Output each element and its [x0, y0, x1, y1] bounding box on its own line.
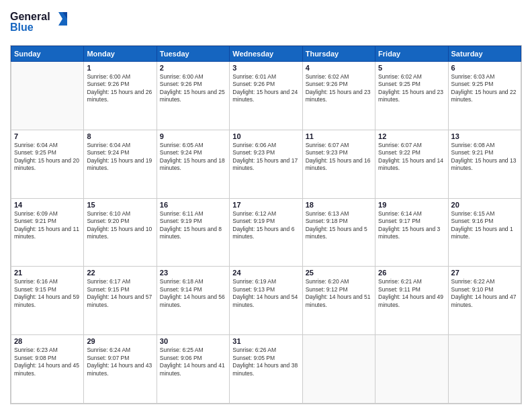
- weekday-header-row: Sunday Monday Tuesday Wednesday Thursday…: [11, 46, 521, 62]
- header-sunday: Sunday: [11, 46, 84, 62]
- calendar-week-row: 28 Sunrise: 6:23 AMSunset: 9:08 PMDaylig…: [11, 335, 521, 404]
- day-info: Sunrise: 6:11 AMSunset: 9:19 PMDaylight:…: [160, 210, 226, 241]
- calendar-day: 3 Sunrise: 6:01 AMSunset: 9:26 PMDayligh…: [230, 62, 302, 130]
- day-number: 1: [87, 64, 153, 72]
- day-number: 19: [378, 201, 445, 209]
- day-number: 13: [451, 132, 518, 140]
- calendar-day: 22 Sunrise: 6:17 AMSunset: 9:15 PMDaylig…: [84, 267, 157, 335]
- day-info: Sunrise: 6:20 AMSunset: 9:12 PMDaylight:…: [306, 278, 372, 309]
- day-info: Sunrise: 6:06 AMSunset: 9:23 PMDaylight:…: [232, 142, 299, 173]
- calendar-day: 2 Sunrise: 6:00 AMSunset: 9:26 PMDayligh…: [157, 62, 229, 130]
- svg-text:General: General: [10, 11, 50, 22]
- day-info: Sunrise: 6:03 AMSunset: 9:25 PMDaylight:…: [451, 73, 518, 104]
- header-tuesday: Tuesday: [157, 46, 229, 62]
- calendar-day: 7 Sunrise: 6:04 AMSunset: 9:25 PMDayligh…: [11, 130, 84, 198]
- day-info: Sunrise: 6:14 AMSunset: 9:17 PMDaylight:…: [378, 210, 445, 241]
- svg-text:Blue: Blue: [10, 21, 34, 33]
- calendar-day: 30 Sunrise: 6:25 AMSunset: 9:06 PMDaylig…: [157, 335, 229, 404]
- calendar-day: 25 Sunrise: 6:20 AMSunset: 9:12 PMDaylig…: [302, 267, 375, 335]
- calendar-day: 24 Sunrise: 6:19 AMSunset: 9:13 PMDaylig…: [230, 267, 302, 335]
- calendar-day: 16 Sunrise: 6:11 AMSunset: 9:19 PMDaylig…: [157, 198, 229, 267]
- calendar-day: 8 Sunrise: 6:04 AMSunset: 9:24 PMDayligh…: [84, 130, 157, 198]
- calendar-day: 29 Sunrise: 6:24 AMSunset: 9:07 PMDaylig…: [84, 335, 157, 404]
- day-info: Sunrise: 6:18 AMSunset: 9:14 PMDaylight:…: [160, 278, 226, 309]
- day-number: 2: [160, 64, 226, 72]
- day-info: Sunrise: 6:17 AMSunset: 9:15 PMDaylight:…: [87, 278, 153, 309]
- day-info: Sunrise: 6:05 AMSunset: 9:24 PMDaylight:…: [160, 142, 226, 173]
- day-info: Sunrise: 6:02 AMSunset: 9:26 PMDaylight:…: [306, 73, 372, 104]
- calendar-empty: [11, 62, 84, 130]
- page: General Blue Sunday Monday Tuesday Wedne…: [0, 0, 532, 411]
- day-number: 22: [87, 269, 153, 277]
- day-info: Sunrise: 6:19 AMSunset: 9:13 PMDaylight:…: [232, 278, 299, 309]
- day-number: 29: [87, 337, 153, 345]
- calendar-day: 13 Sunrise: 6:08 AMSunset: 9:21 PMDaylig…: [448, 130, 521, 198]
- calendar-day: 23 Sunrise: 6:18 AMSunset: 9:14 PMDaylig…: [157, 267, 229, 335]
- calendar-day: 11 Sunrise: 6:07 AMSunset: 9:23 PMDaylig…: [302, 130, 375, 198]
- header-monday: Monday: [84, 46, 157, 62]
- calendar-empty: [375, 335, 448, 404]
- logo: General Blue: [10, 7, 71, 40]
- calendar-empty: [448, 335, 521, 404]
- header-friday: Friday: [375, 46, 448, 62]
- header: General Blue: [10, 7, 522, 40]
- calendar-day: 15 Sunrise: 6:10 AMSunset: 9:20 PMDaylig…: [84, 198, 157, 267]
- calendar-day: 31 Sunrise: 6:26 AMSunset: 9:05 PMDaylig…: [230, 335, 302, 404]
- day-number: 9: [160, 132, 226, 140]
- day-info: Sunrise: 6:10 AMSunset: 9:20 PMDaylight:…: [87, 210, 153, 241]
- day-info: Sunrise: 6:00 AMSunset: 9:26 PMDaylight:…: [160, 73, 226, 104]
- day-number: 25: [306, 269, 372, 277]
- day-info: Sunrise: 6:04 AMSunset: 9:25 PMDaylight:…: [14, 142, 81, 173]
- calendar-day: 10 Sunrise: 6:06 AMSunset: 9:23 PMDaylig…: [230, 130, 302, 198]
- day-number: 11: [306, 132, 372, 140]
- calendar-day: 17 Sunrise: 6:12 AMSunset: 9:19 PMDaylig…: [230, 198, 302, 267]
- day-number: 27: [451, 269, 518, 277]
- day-number: 26: [378, 269, 445, 277]
- day-info: Sunrise: 6:09 AMSunset: 9:21 PMDaylight:…: [14, 210, 81, 241]
- calendar-day: 14 Sunrise: 6:09 AMSunset: 9:21 PMDaylig…: [11, 198, 84, 267]
- calendar-week-row: 14 Sunrise: 6:09 AMSunset: 9:21 PMDaylig…: [11, 198, 521, 267]
- day-number: 21: [14, 269, 81, 277]
- day-info: Sunrise: 6:23 AMSunset: 9:08 PMDaylight:…: [14, 347, 81, 377]
- day-number: 8: [87, 132, 153, 140]
- day-number: 24: [232, 269, 299, 277]
- header-thursday: Thursday: [302, 46, 375, 62]
- day-info: Sunrise: 6:08 AMSunset: 9:21 PMDaylight:…: [451, 142, 518, 173]
- calendar-week-row: 7 Sunrise: 6:04 AMSunset: 9:25 PMDayligh…: [11, 130, 521, 198]
- day-number: 16: [160, 201, 226, 209]
- day-info: Sunrise: 6:22 AMSunset: 9:10 PMDaylight:…: [451, 278, 518, 309]
- calendar-day: 9 Sunrise: 6:05 AMSunset: 9:24 PMDayligh…: [157, 130, 229, 198]
- logo-icon: General Blue: [10, 7, 71, 37]
- day-info: Sunrise: 6:26 AMSunset: 9:05 PMDaylight:…: [232, 347, 299, 377]
- calendar-week-row: 21 Sunrise: 6:16 AMSunset: 9:15 PMDaylig…: [11, 267, 521, 335]
- day-number: 23: [160, 269, 226, 277]
- calendar-day: 27 Sunrise: 6:22 AMSunset: 9:10 PMDaylig…: [448, 267, 521, 335]
- day-number: 17: [232, 201, 299, 209]
- day-info: Sunrise: 6:04 AMSunset: 9:24 PMDaylight:…: [87, 142, 153, 173]
- day-number: 14: [14, 201, 81, 209]
- day-number: 15: [87, 201, 153, 209]
- day-number: 10: [232, 132, 299, 140]
- day-info: Sunrise: 6:21 AMSunset: 9:11 PMDaylight:…: [378, 278, 445, 309]
- day-info: Sunrise: 6:25 AMSunset: 9:06 PMDaylight:…: [160, 347, 226, 377]
- calendar-day: 12 Sunrise: 6:07 AMSunset: 9:22 PMDaylig…: [375, 130, 448, 198]
- calendar-day: 28 Sunrise: 6:23 AMSunset: 9:08 PMDaylig…: [11, 335, 84, 404]
- calendar-day: 4 Sunrise: 6:02 AMSunset: 9:26 PMDayligh…: [302, 62, 375, 130]
- day-info: Sunrise: 6:12 AMSunset: 9:19 PMDaylight:…: [232, 210, 299, 241]
- day-number: 5: [378, 64, 445, 72]
- day-number: 12: [378, 132, 445, 140]
- day-number: 30: [160, 337, 226, 345]
- calendar-day: 6 Sunrise: 6:03 AMSunset: 9:25 PMDayligh…: [448, 62, 521, 130]
- calendar-week-row: 1 Sunrise: 6:00 AMSunset: 9:26 PMDayligh…: [11, 62, 521, 130]
- header-wednesday: Wednesday: [230, 46, 302, 62]
- calendar-day: 1 Sunrise: 6:00 AMSunset: 9:26 PMDayligh…: [84, 62, 157, 130]
- day-info: Sunrise: 6:24 AMSunset: 9:07 PMDaylight:…: [87, 347, 153, 377]
- header-saturday: Saturday: [448, 46, 521, 62]
- day-number: 28: [14, 337, 81, 345]
- day-number: 4: [306, 64, 372, 72]
- calendar-day: 19 Sunrise: 6:14 AMSunset: 9:17 PMDaylig…: [375, 198, 448, 267]
- calendar-day: 18 Sunrise: 6:13 AMSunset: 9:18 PMDaylig…: [302, 198, 375, 267]
- calendar-day: 20 Sunrise: 6:15 AMSunset: 9:16 PMDaylig…: [448, 198, 521, 267]
- day-info: Sunrise: 6:07 AMSunset: 9:22 PMDaylight:…: [378, 142, 445, 173]
- day-info: Sunrise: 6:02 AMSunset: 9:25 PMDaylight:…: [378, 73, 445, 104]
